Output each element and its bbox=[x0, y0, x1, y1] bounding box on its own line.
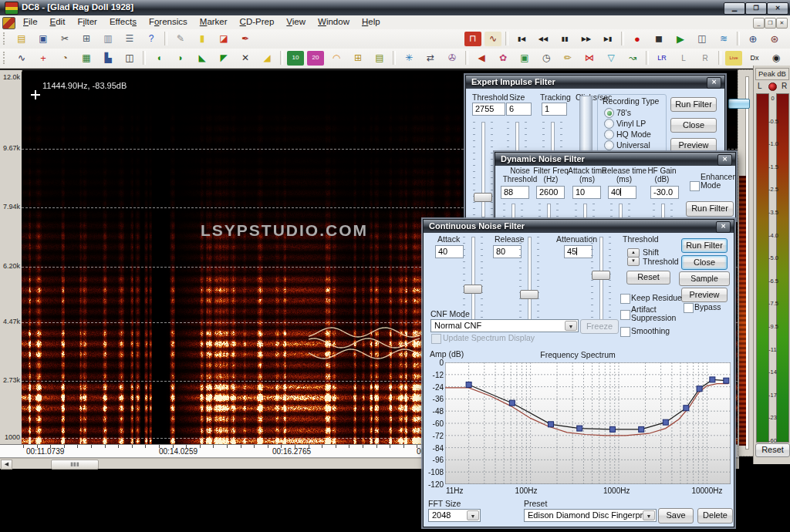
menu-item-file[interactable]: File bbox=[17, 15, 44, 29]
radio-vinyl-lp[interactable] bbox=[604, 119, 614, 129]
tape-deck-icon[interactable]: ◫ bbox=[120, 50, 140, 67]
go-start-icon[interactable]: ▮◀ bbox=[511, 31, 532, 48]
menu-item-edit[interactable]: Edit bbox=[44, 15, 72, 29]
timer-icon[interactable]: ◷ bbox=[536, 50, 556, 67]
radio-universal[interactable] bbox=[604, 140, 614, 150]
print-icon[interactable]: ☰ bbox=[120, 31, 140, 48]
slope-filter-icon[interactable]: ◢ bbox=[257, 50, 277, 67]
slider-thumb-attack[interactable] bbox=[464, 285, 482, 294]
artifact-suppression-checkbox[interactable] bbox=[620, 310, 630, 320]
menu-item-cd-prep[interactable]: CD-Prep bbox=[234, 15, 281, 29]
mdi-minimize-button[interactable]: _ bbox=[753, 18, 765, 29]
document-icon[interactable] bbox=[2, 17, 15, 29]
update-spectrum-checkbox[interactable] bbox=[431, 334, 441, 344]
median-filter-icon[interactable]: ⊞ bbox=[348, 50, 368, 67]
field-input-0[interactable]: 88 bbox=[501, 186, 529, 199]
play-icon[interactable]: ▶ bbox=[670, 31, 690, 48]
stop-icon[interactable]: ◼ bbox=[649, 31, 669, 48]
field-slider[interactable] bbox=[538, 204, 559, 219]
sample-noise-button[interactable]: Sample Noise bbox=[679, 271, 730, 286]
meter-gauge-icon[interactable]: ◔ bbox=[55, 50, 75, 67]
field-slider[interactable] bbox=[653, 204, 673, 219]
fft-size-dropdown[interactable]: 2048 ▼ bbox=[428, 509, 481, 522]
field-input-2[interactable]: 10 bbox=[572, 186, 601, 199]
waveform-view-icon[interactable]: ∿ bbox=[484, 32, 501, 46]
histogram-icon[interactable]: ▙ bbox=[98, 50, 118, 67]
chevron-down-icon[interactable]: ▼ bbox=[565, 321, 577, 331]
chevron-down-icon[interactable]: ▼ bbox=[643, 510, 655, 520]
menu-item-filter[interactable]: Filter bbox=[71, 15, 103, 29]
marker-tool-icon[interactable]: ▮ bbox=[192, 31, 212, 48]
graphic-eq-10-icon[interactable]: 10 bbox=[287, 51, 304, 66]
pencil-tool-icon[interactable]: ✎ bbox=[170, 31, 191, 48]
run-filter-button[interactable]: Run Filter bbox=[686, 201, 734, 217]
slider-thumb-release[interactable] bbox=[520, 290, 538, 299]
paintbrush-icon[interactable]: ✏ bbox=[558, 50, 578, 67]
field-slider[interactable] bbox=[503, 204, 523, 219]
close-icon[interactable]: ✕ bbox=[717, 154, 732, 166]
fast-forward-icon[interactable]: ▶▶ bbox=[576, 31, 596, 48]
go-end-icon[interactable]: ▶▮ bbox=[598, 31, 618, 48]
help-icon[interactable]: ? bbox=[141, 31, 161, 48]
delete-preset-button[interactable]: Delete bbox=[697, 508, 733, 524]
save-icon[interactable]: ▣ bbox=[33, 31, 53, 48]
live-mode-icon[interactable]: Live bbox=[725, 51, 742, 66]
record-icon[interactable]: ● bbox=[627, 31, 647, 48]
open-file-icon[interactable]: ▤ bbox=[12, 31, 32, 48]
menu-item-forensics[interactable]: Forensics bbox=[143, 15, 194, 29]
video-monitor-icon[interactable]: ▣ bbox=[515, 50, 535, 67]
file-convert-icon[interactable]: ⇄ bbox=[420, 50, 441, 67]
run-filter-button[interactable]: Run Filter bbox=[670, 97, 717, 112]
paragraphic-eq-icon[interactable]: ◠ bbox=[326, 50, 346, 67]
close-button[interactable]: Close bbox=[681, 255, 728, 270]
tracking-input[interactable]: 1 bbox=[542, 103, 567, 116]
close-button[interactable]: Close bbox=[670, 118, 717, 133]
cnf-mode-dropdown[interactable]: Normal CNF ▼ bbox=[430, 319, 579, 332]
field-input-1[interactable]: 2600 bbox=[536, 186, 565, 199]
toolbar-grip[interactable] bbox=[3, 32, 8, 45]
keep-residue-checkbox[interactable] bbox=[620, 294, 630, 304]
menu-item-help[interactable]: Help bbox=[356, 15, 387, 29]
slider-release[interactable] bbox=[519, 237, 539, 320]
impulse-view-icon[interactable]: ⊓ bbox=[464, 32, 481, 46]
spectrum-grid-icon[interactable]: ▦ bbox=[76, 50, 96, 67]
dialog-title[interactable]: Continuous Noise Filter bbox=[424, 220, 734, 233]
chevron-down-icon[interactable]: ▼ bbox=[467, 510, 479, 520]
monitor-wave-icon[interactable]: ≋ bbox=[714, 31, 734, 48]
sweep-gen-icon[interactable]: ↝ bbox=[623, 50, 643, 67]
play-clipboard-icon[interactable]: ◫ bbox=[692, 31, 712, 48]
curve-eq-icon[interactable]: ▤ bbox=[370, 50, 390, 67]
mdi-restore-button[interactable]: ❐ bbox=[765, 18, 776, 29]
field-input-4[interactable]: -30.0 bbox=[650, 186, 679, 199]
smoothing-checkbox[interactable] bbox=[620, 327, 630, 337]
radio-hq-mode[interactable] bbox=[604, 130, 614, 140]
bandstop-filter-icon[interactable]: ◤ bbox=[214, 50, 234, 67]
dialog-title[interactable]: Expert Impulse Filter bbox=[466, 76, 724, 89]
lowpass-filter-icon[interactable]: ◖ bbox=[149, 50, 169, 67]
highpass-filter-icon[interactable]: ◗ bbox=[170, 50, 191, 67]
shift-threshold-down[interactable]: ▼ bbox=[627, 257, 640, 266]
level-slider-thumb[interactable] bbox=[728, 99, 750, 109]
mdi-close-button[interactable]: ✕ bbox=[776, 18, 788, 29]
maximize-button[interactable]: ❐ bbox=[745, 2, 767, 15]
threshold-input[interactable]: 2755 bbox=[472, 103, 505, 116]
speaker-icon[interactable]: ◀ bbox=[471, 50, 491, 67]
zoom-selection-icon[interactable]: ⊛ bbox=[765, 31, 785, 48]
bypass-checkbox[interactable] bbox=[684, 303, 694, 313]
reset-button[interactable]: Reset bbox=[626, 271, 670, 285]
reverse-icon[interactable]: ⋈ bbox=[579, 50, 599, 67]
virtual-valve-icon[interactable]: ✇ bbox=[442, 50, 462, 67]
minimize-button[interactable]: ▁ bbox=[724, 2, 745, 15]
graphic-eq-20-icon[interactable]: 20 bbox=[307, 51, 324, 66]
directx-icon[interactable]: Dx bbox=[744, 50, 765, 67]
paste-icon[interactable]: ▥ bbox=[98, 31, 118, 48]
brush-tool-icon[interactable]: ✒ bbox=[235, 31, 255, 48]
menu-item-view[interactable]: View bbox=[280, 15, 312, 29]
stereo-tools-icon[interactable]: ✿ bbox=[493, 50, 513, 67]
impulse-detect-icon[interactable]: + bbox=[33, 50, 53, 67]
slider-input-attenuation[interactable]: 45 bbox=[564, 245, 592, 258]
slider-attack[interactable] bbox=[463, 237, 483, 320]
save-preset-button[interactable]: Save bbox=[658, 508, 694, 524]
field-slider[interactable] bbox=[575, 204, 595, 219]
dialog-title[interactable]: Dynamic Noise Filter bbox=[495, 153, 735, 166]
